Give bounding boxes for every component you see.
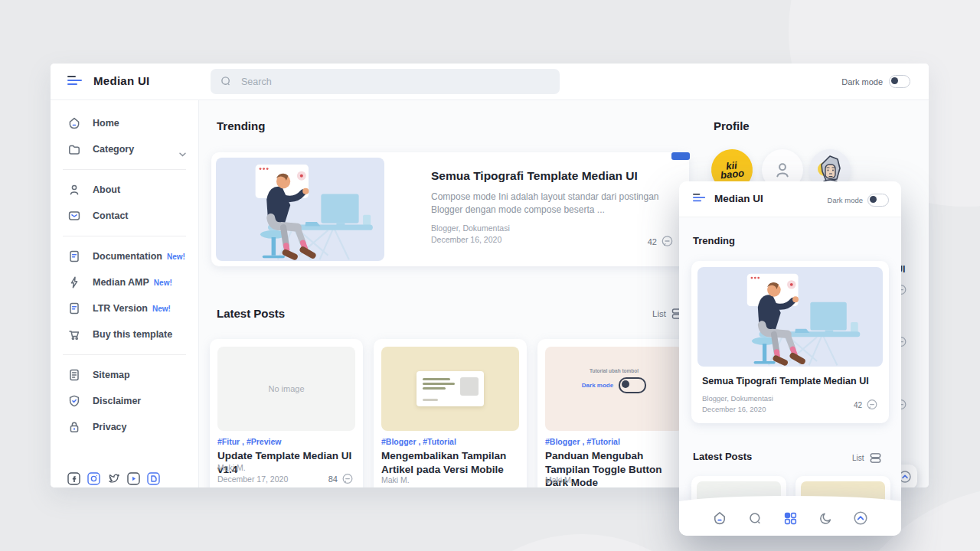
search-input[interactable] xyxy=(240,76,534,88)
mobile-dark-mode-control: Dark mode xyxy=(828,194,889,207)
mobile-trending-post-title[interactable]: Semua Tipografi Template Median UI xyxy=(702,376,880,386)
post-date: December 17, 2020 xyxy=(545,486,616,487)
lock-icon xyxy=(67,420,81,434)
document-icon xyxy=(67,249,81,263)
mobile-trending-post-meta: Blogger, Dokumentasi December 16, 2020 xyxy=(702,393,773,415)
search-icon xyxy=(220,76,232,87)
dark-mode-label: Dark mode xyxy=(828,196,863,204)
comment-count[interactable]: 42 xyxy=(648,235,674,248)
sidebar-item-about[interactable]: About xyxy=(51,177,198,203)
lightning-icon xyxy=(67,276,81,289)
sidebar-item-buy-template[interactable]: Buy this template xyxy=(51,321,198,347)
nav-scroll-up-icon[interactable] xyxy=(852,510,869,527)
mobile-view-toggle[interactable]: List xyxy=(852,452,881,464)
hamburger-menu-icon[interactable] xyxy=(693,194,706,203)
search-bar[interactable] xyxy=(211,69,560,94)
trending-post-excerpt: Compose mode Ini adalah layout standar d… xyxy=(431,191,670,217)
person-icon xyxy=(773,160,792,180)
post-tags[interactable]: #Blogger , #Tutorial xyxy=(545,437,620,446)
dark-mode-label: Dark mode xyxy=(841,77,883,86)
image-caption: Tutorial ubah tombol xyxy=(545,368,683,373)
avatar-logo-text: baoo xyxy=(720,168,745,179)
sidebar-item-label: Disclaimer xyxy=(93,396,141,406)
sidebar-divider xyxy=(63,236,186,236)
sidebar-item-label: LTR Version xyxy=(93,303,148,314)
comment-icon xyxy=(866,399,878,411)
sidebar-item-label: Contact xyxy=(93,210,129,221)
post-author: Maki M. xyxy=(381,475,410,484)
nav-search-icon[interactable] xyxy=(746,510,763,527)
trending-post-meta: Blogger, Dokumentasi December 16, 2020 xyxy=(431,223,510,246)
post-meta-row: December 17, 2020 xyxy=(381,486,518,487)
post-tags[interactable]: #Fitur , #Preview xyxy=(217,437,281,446)
mobile-app-logo[interactable]: Median UI xyxy=(714,193,763,204)
shield-check-icon xyxy=(67,394,81,408)
trending-heading: Trending xyxy=(217,119,265,132)
carousel-indicator[interactable] xyxy=(671,152,690,160)
sidebar-item-label: Sitemap xyxy=(93,370,130,380)
comment-count[interactable]: 84 xyxy=(328,473,354,485)
comment-count-value: 42 xyxy=(854,401,862,409)
post-author: Maki M. xyxy=(545,475,573,484)
nav-grid-icon[interactable] xyxy=(782,510,799,527)
mobile-post-labels[interactable]: Blogger, Dokumentasi xyxy=(702,393,773,404)
view-toggle-label: List xyxy=(852,454,864,462)
post-card[interactable]: No image #Fitur , #Preview Update Templa… xyxy=(210,339,363,487)
comment-count[interactable]: 42 xyxy=(854,399,878,411)
sidebar-item-documentation[interactable]: Documentation New! xyxy=(51,243,198,269)
dark-mode-toggle[interactable] xyxy=(867,194,889,207)
comment-icon xyxy=(341,473,354,485)
page-background: Median UI Dark mode Home Category xyxy=(0,0,980,551)
post-card[interactable]: #Blogger , #Tutorial Mengembalikan Tampi… xyxy=(374,339,527,487)
mobile-trending-post-image xyxy=(697,267,883,367)
cart-icon xyxy=(67,328,81,341)
sidebar-item-median-amp[interactable]: Median AMP New! xyxy=(51,269,198,295)
mobile-bottom-nav xyxy=(679,496,901,536)
sidebar-item-category[interactable]: Category xyxy=(51,136,198,162)
sidebar-item-ltr-version[interactable]: LTR Version New! xyxy=(51,295,198,321)
dark-mode-toggle[interactable] xyxy=(889,75,910,88)
comment-count-value: 42 xyxy=(648,237,657,246)
post-tags[interactable]: #Blogger , #Tutorial xyxy=(381,437,456,446)
decor-circle xyxy=(429,534,735,551)
list-view-icon xyxy=(870,452,881,464)
post-title[interactable]: Mengembalikan Tampilan Artikel pada Vers… xyxy=(381,449,521,476)
nav-home-icon[interactable] xyxy=(711,510,728,527)
facebook-icon[interactable] xyxy=(67,472,80,485)
document-icon xyxy=(67,302,81,315)
sidebar-item-label: Privacy xyxy=(93,422,126,432)
youtube-icon[interactable] xyxy=(127,472,140,485)
post-meta-row: December 17, 2020 xyxy=(545,486,681,487)
mobile-trending-post-card[interactable]: Semua Tipografi Template Median UI Blogg… xyxy=(691,261,889,423)
sidebar-item-label: Documentation xyxy=(93,251,162,262)
sidebar-item-contact[interactable]: Contact xyxy=(51,203,198,229)
trending-post-title[interactable]: Semua Tipografi Template Median UI xyxy=(431,169,638,183)
post-author: Maki M. xyxy=(217,463,246,472)
sidebar-item-sitemap[interactable]: Sitemap xyxy=(51,362,198,388)
post-card[interactable]: Tutorial ubah tombol Dark mode #Blogger … xyxy=(537,339,691,487)
sidebar-item-label: Category xyxy=(93,144,134,155)
sidebar-item-home[interactable]: Home xyxy=(51,110,198,136)
sidebar-item-label: Home xyxy=(93,118,119,129)
mobile-header: Median UI Dark mode xyxy=(679,181,901,217)
blogger-icon[interactable] xyxy=(147,472,160,485)
instagram-icon[interactable] xyxy=(87,472,100,485)
sidebar-item-label: Buy this template xyxy=(93,329,172,340)
nav-moon-icon[interactable] xyxy=(817,510,834,527)
sidebar-item-privacy[interactable]: Privacy xyxy=(51,414,198,440)
mini-card-illustration xyxy=(416,371,484,406)
sidebar: Home Category About Contact Documentatio… xyxy=(51,99,199,487)
sidebar-item-disclaimer[interactable]: Disclaimer xyxy=(51,388,198,414)
new-badge: New! xyxy=(167,253,185,261)
hamburger-menu-icon[interactable] xyxy=(67,76,83,86)
latest-posts-heading: Latest Posts xyxy=(217,307,285,320)
trending-post-labels[interactable]: Blogger, Dokumentasi xyxy=(431,223,510,234)
app-logo[interactable]: Median UI xyxy=(93,74,150,87)
workspace-illustration xyxy=(697,267,883,367)
post-meta-row: December 17, 2020 84 xyxy=(217,473,354,485)
new-badge: New! xyxy=(152,305,171,313)
trending-post-card[interactable]: Semua Tipografi Template Median UI Compo… xyxy=(211,152,689,266)
sidebar-item-label: Median AMP xyxy=(93,277,149,288)
post-image: No image xyxy=(217,347,355,431)
twitter-icon[interactable] xyxy=(107,472,120,485)
